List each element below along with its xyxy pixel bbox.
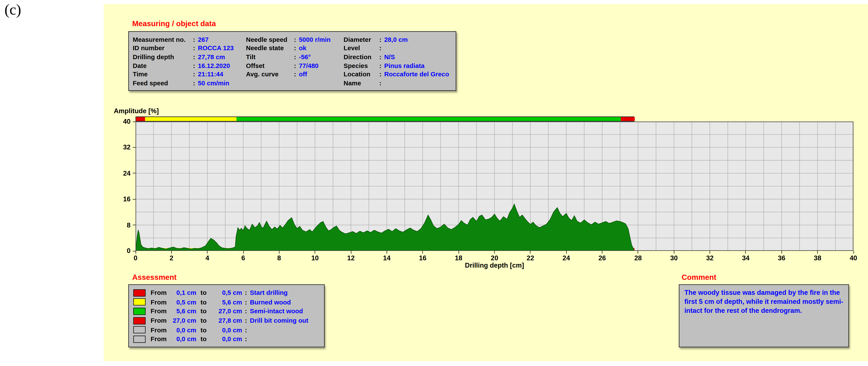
field-label: Species (344, 62, 379, 69)
x-tick-label: 22 (527, 255, 534, 261)
field-value: 5000 r/min (299, 36, 331, 43)
field-colon: : (193, 79, 198, 86)
from-value: 5,6 cm (171, 308, 196, 314)
measuring-field: Name: (344, 79, 449, 88)
measuring-field: Date:16.12.2020 (133, 61, 246, 70)
x-tick-label: 32 (706, 255, 714, 261)
x-tick-label: 12 (347, 255, 354, 261)
zone-color-swatch (133, 298, 146, 306)
row-colon: : (242, 327, 250, 333)
zone-color-swatch (133, 336, 146, 343)
field-label: Date (133, 62, 193, 69)
x-tick-label: 0 (134, 255, 137, 261)
to-value: 27,0 cm (211, 308, 242, 314)
measuring-field: Avg. curve:off (246, 70, 344, 79)
field-value: ok (299, 45, 306, 52)
assessment-box: From0,1 cmto0,5 cm:Start drillingFrom0,5… (128, 284, 324, 347)
from-value: 0,5 cm (171, 299, 196, 305)
to-word: to (196, 327, 211, 333)
x-tick-label: 6 (241, 255, 245, 261)
x-tick-mark (781, 251, 782, 254)
depth-axis-title: Drilling depth [cm] (135, 261, 854, 269)
row-colon: : (242, 299, 250, 305)
field-label: ID number (133, 45, 193, 52)
to-word: to (196, 299, 211, 305)
x-tick-label: 20 (491, 255, 498, 261)
y-tick-label: 32 (110, 144, 131, 151)
field-label: Direction (344, 54, 379, 60)
field-label: Needle state (246, 45, 294, 52)
x-tick-label: 38 (814, 255, 821, 261)
field-colon: : (193, 45, 198, 52)
field-label: Location (344, 71, 379, 78)
measuring-field: Tilt:-56° (246, 53, 344, 61)
y-tick-label: 0 (110, 247, 131, 254)
assessment-title: Assessment (132, 273, 177, 281)
field-colon: : (294, 54, 299, 60)
x-tick-label: 40 (850, 255, 857, 261)
x-tick-label: 4 (206, 255, 209, 261)
field-colon: : (379, 54, 384, 60)
field-value: ROCCA 123 (198, 45, 234, 52)
y-tick-mark (133, 225, 135, 225)
from-word: From (151, 317, 171, 324)
x-tick-mark (638, 251, 639, 254)
from-word: From (151, 327, 171, 333)
field-colon: : (379, 71, 384, 78)
zone-segment (145, 117, 237, 121)
x-tick-label: 36 (778, 255, 785, 261)
from-value: 27,0 cm (171, 317, 196, 324)
assessment-rows: From0,1 cmto0,5 cm:Start drillingFrom0,5… (129, 285, 324, 344)
y-tick-mark (133, 173, 135, 174)
field-label: Diameter (344, 36, 379, 43)
y-tick-label: 8 (110, 222, 131, 228)
x-tick-mark (817, 251, 818, 254)
field-colon: : (193, 62, 198, 69)
to-word: to (196, 336, 211, 342)
x-tick-mark (171, 251, 172, 254)
field-label: Avg. curve (246, 71, 294, 78)
measuring-field: Offset:77/480 (246, 61, 344, 70)
from-value: 0,0 cm (171, 336, 196, 342)
field-value: Roccaforte del Greco (384, 71, 449, 78)
x-tick-label: 24 (562, 255, 570, 261)
field-value: -56° (299, 54, 311, 60)
field-value: N/S (384, 54, 395, 60)
field-colon: : (294, 71, 299, 78)
amplitude-axis-title: Amplitude [%] (114, 107, 159, 115)
to-word: to (196, 308, 211, 314)
to-value: 5,6 cm (211, 299, 242, 305)
field-label: Drilling depth (133, 54, 193, 60)
field-value: 21:11:44 (198, 71, 223, 78)
assessment-row: From5,6 cmto27,0 cm:Semi-intact wood (129, 307, 324, 316)
field-value: 16.12.2020 (198, 62, 230, 69)
field-colon: : (379, 62, 384, 69)
zone-color-swatch (133, 326, 146, 333)
field-label: Measurement no. (133, 36, 193, 43)
field-colon: : (193, 71, 198, 78)
field-colon: : (193, 54, 198, 60)
field-value: 77/480 (299, 62, 318, 69)
x-tick-label: 30 (670, 255, 678, 261)
measuring-field: Needle state:ok (246, 44, 344, 53)
field-colon: : (294, 45, 299, 52)
y-tick-label: 40 (110, 118, 131, 125)
to-value: 0,0 cm (211, 336, 242, 342)
zone-color-swatch (133, 308, 146, 315)
field-label: Offset (246, 62, 294, 69)
from-word: From (151, 290, 171, 296)
to-value: 0,5 cm (211, 290, 242, 296)
from-word: From (151, 336, 171, 342)
x-tick-mark (350, 251, 351, 254)
x-tick-label: 34 (742, 255, 750, 261)
measuring-field: ID number:ROCCA 123 (133, 44, 246, 53)
measuring-field: Location:Roccaforte del Greco (344, 70, 449, 79)
field-label: Time (133, 71, 193, 78)
field-colon: : (379, 45, 384, 52)
from-value: 0,1 cm (171, 290, 196, 296)
measuring-field: Time:21:11:44 (133, 70, 246, 79)
y-tick-mark (133, 199, 135, 199)
to-value: 27,8 cm (211, 317, 242, 324)
zone-segment (237, 117, 621, 121)
field-label: Level (344, 45, 379, 52)
